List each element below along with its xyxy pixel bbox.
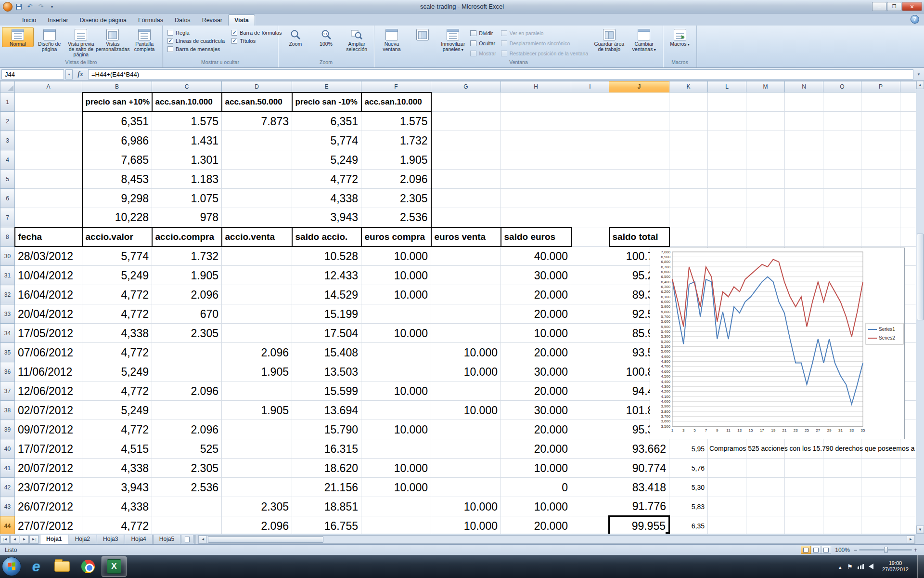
cell-E8[interactable]: saldo accio. [292,227,361,247]
cell-L3[interactable] [708,131,746,150]
cell-L8[interactable] [708,227,746,247]
cell-H42[interactable]: 0 [501,478,571,497]
row-header-5[interactable]: 5 [0,170,15,189]
cell-H43[interactable]: 10.000 [501,497,571,516]
cell-D33[interactable] [222,304,292,324]
cell-A43[interactable]: 26/07/2012 [15,497,82,516]
cell-D43[interactable]: 2.305 [222,497,292,516]
cell-G42[interactable] [431,478,501,497]
row-header-41[interactable]: 41 [0,459,15,478]
cell-J4[interactable] [609,150,669,170]
cell-N1[interactable] [785,92,823,112]
cell-N43[interactable] [785,497,823,516]
cell-F42[interactable]: 10.000 [361,478,431,497]
cell-F5[interactable]: 2.096 [361,170,431,189]
zoom-out-icon[interactable]: − [854,547,857,553]
minimize-button[interactable] [872,2,886,11]
cell-O7[interactable] [823,208,861,227]
cell-B30[interactable]: 5,774 [82,247,152,266]
cell-E43[interactable]: 18.851 [292,497,361,516]
switch-windows-button[interactable]: Cambiar ventanas [627,27,661,53]
ribbon-tab-revisar[interactable]: Revisar [196,15,228,26]
cell-A7[interactable] [15,208,82,227]
save-button[interactable] [14,2,24,11]
start-button[interactable] [2,557,21,576]
full-screen-button[interactable]: Pantalla completa [128,27,160,53]
cell-B4[interactable]: 7,685 [82,150,152,170]
cell-C36[interactable] [152,362,222,381]
cell-F30[interactable]: 10.000 [361,247,431,266]
column-header-O[interactable]: O [823,81,861,92]
cell-J1[interactable] [609,92,669,112]
cell-H5[interactable] [501,170,571,189]
cell-A3[interactable] [15,131,82,150]
cell-C4[interactable]: 1.301 [152,150,222,170]
cell-I44[interactable] [571,516,609,534]
previous-sheet-button[interactable] [10,535,19,544]
cell-C5[interactable]: 1.183 [152,170,222,189]
zoom-button[interactable]: Zoom [280,27,311,47]
action-center-icon[interactable] [847,562,853,571]
cell-H7[interactable] [501,208,571,227]
cell-B2[interactable]: 6,351 [82,112,152,131]
column-header-L[interactable]: L [708,81,746,92]
cell-L5[interactable] [708,170,746,189]
zoom-slider-thumb[interactable] [884,547,888,553]
cell-E44[interactable]: 16.755 [292,516,361,534]
cell-K43[interactable]: 5,83 [669,497,708,516]
cell-K1[interactable] [669,92,708,112]
cell-E35[interactable]: 15.408 [292,343,361,362]
column-header-M[interactable]: M [746,81,785,92]
cell-C41[interactable]: 2.305 [152,459,222,478]
cell-F7[interactable]: 2.536 [361,208,431,227]
column-header-G[interactable]: G [431,81,501,92]
cell-A44[interactable]: 27/07/2012 [15,516,82,534]
cell-I41[interactable] [571,459,609,478]
cell-O8[interactable] [823,227,861,247]
cell-G5[interactable] [431,170,501,189]
cell-E2[interactable]: 6,351 [292,112,361,131]
cell-B44[interactable]: 4,772 [82,516,152,534]
cell-J44[interactable]: 99.955 [609,516,669,534]
cell-B3[interactable]: 6,986 [82,131,152,150]
cell-B7[interactable]: 10,228 [82,208,152,227]
cell-P44[interactable] [861,516,900,534]
cell-D31[interactable] [222,266,292,285]
cell-N44[interactable] [785,516,823,534]
column-header-N[interactable]: N [785,81,823,92]
page-break-preview-button[interactable]: Vista previa de salto de página [65,27,97,58]
cell-B5[interactable]: 8,453 [82,170,152,189]
tab-split-handle[interactable] [194,535,197,544]
cell-C7[interactable]: 978 [152,208,222,227]
cell-D42[interactable] [222,478,292,497]
cell-G33[interactable] [431,304,501,324]
cell-P3[interactable] [861,131,900,150]
unhide-button[interactable]: Mostrar [470,49,496,58]
row-header-34[interactable]: 34 [0,324,15,343]
cell-D34[interactable] [222,324,292,343]
column-header-C[interactable]: C [152,81,222,92]
taskbar-internet-explorer[interactable]: e [24,556,49,577]
cell-M41[interactable] [746,459,785,478]
cell-G3[interactable] [431,131,501,150]
cell-H4[interactable] [501,150,571,170]
cell-A39[interactable]: 09/07/2012 [15,420,82,439]
cell-A2[interactable] [15,112,82,131]
cell-P41[interactable] [861,459,900,478]
cell-D41[interactable] [222,459,292,478]
cell-G7[interactable] [431,208,501,227]
cell-A5[interactable] [15,170,82,189]
cell-D39[interactable] [222,420,292,439]
row-header-36[interactable]: 36 [0,362,15,381]
cell-D1[interactable]: acc.san.50.000 [222,92,292,112]
cell-F43[interactable] [361,497,431,516]
cell-B34[interactable]: 4,338 [82,324,152,343]
cell-P1[interactable] [861,92,900,112]
cell-H6[interactable] [501,189,571,208]
zoom-in-icon[interactable]: + [914,547,917,553]
cell-G6[interactable] [431,189,501,208]
row-header-35[interactable]: 35 [0,343,15,362]
cell-O42[interactable] [823,478,861,497]
cell-E42[interactable]: 21.156 [292,478,361,497]
cell-G40[interactable] [431,439,501,459]
